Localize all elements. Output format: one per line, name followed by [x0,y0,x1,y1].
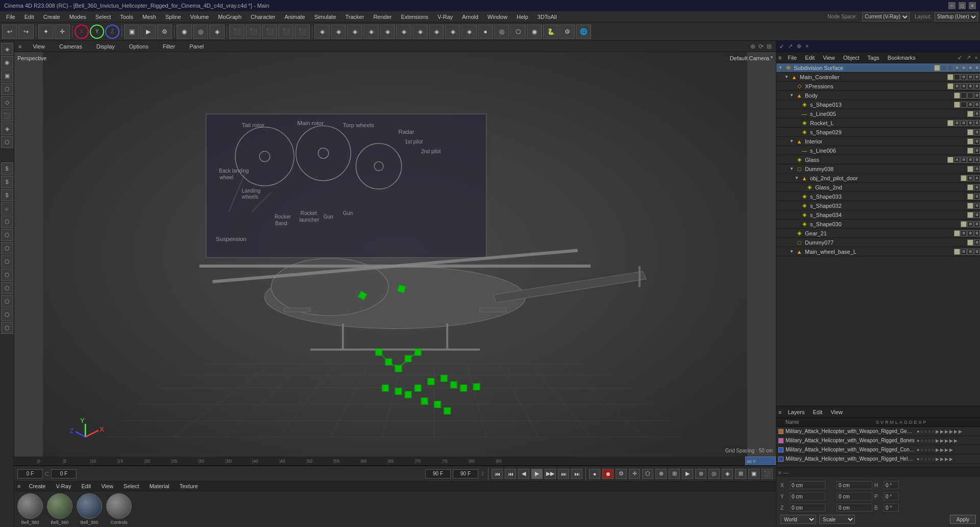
obj-subdivision-surface[interactable]: ▼ ⊕ Subdivision Surface ⚙ ⚙ ⚙ ⚙ [776,63,980,73]
obj-dot-l6-2[interactable]: ⚙ [974,148,980,154]
menu-edit[interactable]: Edit [20,13,38,21]
layer-icon-3f[interactable]: ▶ [936,447,939,452]
camera-button[interactable]: ⬛ [278,25,293,39]
layer-icon-2e[interactable]: ○ [932,438,935,443]
obj-dot-xp-1[interactable] [947,83,953,89]
obj-dot-rl2[interactable]: ⚙ [954,120,960,126]
menu-tracker[interactable]: Tracker [341,13,369,21]
timeline-btn-2[interactable]: ⊞ [669,469,680,479]
layer-icon-3a[interactable]: ● [917,447,919,452]
material-item-4[interactable]: Controls [106,493,132,525]
obj-dot-2[interactable] [941,65,947,71]
obj-dot-5[interactable]: ⚙ [961,65,967,71]
layer-icon-3b[interactable]: ○ [920,447,923,452]
tool-h[interactable]: ◈ [429,25,444,39]
tool-o[interactable]: 🐍 [543,25,558,39]
tool-q[interactable]: 🌐 [576,25,591,39]
scale-dropdown[interactable]: Scale [819,515,855,524]
tool-d[interactable]: ◈ [363,25,379,39]
tool-e[interactable]: ◈ [380,25,395,39]
layer-view[interactable]: View [828,409,845,416]
viewport-icon-1[interactable]: ⊕ [750,43,755,50]
play-button[interactable]: ▶ [531,469,543,479]
auto-key-button[interactable]: ⚙ [616,469,627,479]
mat-view[interactable]: View [99,483,115,490]
obj-sshape030[interactable]: ◈ s_Shape030 ⚙ ⚙ [776,220,980,229]
obj-dot-s30-2[interactable]: ⚙ [967,221,973,227]
obj-sshape032[interactable]: ◈ s_Shape032 ⚙ [776,201,980,210]
menu-mograph[interactable]: MoGraph [214,13,246,21]
layer-icon-4g[interactable]: ▶ [940,457,944,462]
end-frame-input-2[interactable] [453,469,478,478]
obj-dot-s2[interactable] [961,102,967,108]
obj-glass-2nd[interactable]: ◈ Glass_2nd ⚙ [776,183,980,192]
motion-path-button[interactable]: ✛ [629,469,640,479]
x-size-input[interactable] [837,481,872,489]
tool-g[interactable]: ◈ [412,25,428,39]
material-item-1[interactable]: Bell_360 [17,493,43,525]
menu-arnold[interactable]: Arnold [458,13,482,21]
obj-sline005[interactable]: — s_Line005 ⚙ [776,109,980,118]
viewport[interactable]: ≡ View Cameras Display Options Filter Pa… [14,41,776,457]
layer-icon-2a[interactable]: ● [917,438,919,443]
left-mode-5[interactable]: ◇ [1,96,13,108]
obj-dot-l2[interactable]: ⚙ [974,111,980,117]
select-button[interactable]: ✦ [38,25,54,39]
obj-dot-xp-5[interactable]: ⚙ [974,83,980,89]
layer-icon-1f[interactable]: ▶ [936,429,939,434]
undo-button[interactable]: ↩ [2,25,17,39]
minimize-button[interactable]: − [948,2,955,9]
obj-dot-xp-2[interactable]: ⚙ [954,83,960,89]
material-item-3[interactable]: Bell_360 [77,493,102,525]
layer-icon-4a[interactable]: ● [917,457,919,462]
obj-menu-icon[interactable]: ≡ [778,55,781,61]
obj-dot-d1[interactable] [967,166,973,172]
obj-interior[interactable]: ▼ ▲ Interior ⚙ [776,137,980,146]
obj-expand-9[interactable]: ▼ [790,139,795,143]
obj-dot-s32-1[interactable] [967,203,973,209]
obj-expand-13[interactable]: ▼ [795,176,800,180]
y-size-input[interactable] [837,492,872,500]
menu-vray[interactable]: V-Ray [433,13,457,21]
viewport-tab-display[interactable]: Display [93,42,118,51]
obj-dot-4[interactable]: ⚙ [954,65,960,71]
layer-icon-1d[interactable]: ○ [928,429,930,434]
layer-icon-2g[interactable]: ▶ [940,438,944,443]
obj-object[interactable]: Object [841,54,862,61]
close-button[interactable]: × [969,2,976,9]
layer-icon-4h[interactable]: ▶ [945,457,948,462]
obj-dot-b-1[interactable] [954,92,960,99]
obj-dot-gr4[interactable]: ⚙ [974,230,980,236]
obj-dot-i2[interactable]: ⚙ [974,138,980,145]
viewport-tab-view[interactable]: View [30,42,48,51]
left-tool-3[interactable]: $ [1,189,13,201]
tool-n[interactable]: ◉ [527,25,542,39]
obj-dot-gr1[interactable] [954,230,960,236]
light-button[interactable]: ⬛ [262,25,277,39]
obj-dot-s3[interactable]: ⚙ [967,102,973,108]
right-icon-2[interactable]: ↗ [788,43,793,50]
obj-dot-l6-1[interactable] [967,148,973,154]
obj-dot-wb3[interactable]: ⚙ [967,249,973,255]
left-tool-9[interactable]: ⬡ [1,269,13,281]
layer-icon-3c[interactable]: ○ [924,447,927,452]
obj-dot-s34-1[interactable] [967,212,973,218]
obj-dot-wb4[interactable]: ⚙ [974,249,980,255]
obj-dot-mc-1[interactable] [947,74,953,80]
layer-icon-1h[interactable]: ▶ [945,429,948,434]
viewport-menu-icon[interactable]: ≡ [18,43,21,50]
menu-create[interactable]: Create [39,13,64,21]
mat-edit[interactable]: Edit [79,483,93,490]
cube-button[interactable]: ⬛ [229,25,244,39]
layer-helpers[interactable]: Military_Attack_Helicopter_with_Weapon_R… [776,454,980,464]
menu-mesh[interactable]: Mesh [138,13,160,21]
menu-help[interactable]: Help [512,13,532,21]
obj-dot-b-3[interactable] [967,92,973,99]
obj-dot-wb2[interactable]: ⚙ [961,249,967,255]
obj-dot-xp-4[interactable]: ⚙ [967,83,973,89]
start-frame-input[interactable] [51,469,77,478]
menu-render[interactable]: Render [369,13,396,21]
menu-character[interactable]: Character [247,13,279,21]
tool5[interactable]: ◈ [209,25,225,39]
layer-icon-1j[interactable]: ▶ [954,429,958,434]
